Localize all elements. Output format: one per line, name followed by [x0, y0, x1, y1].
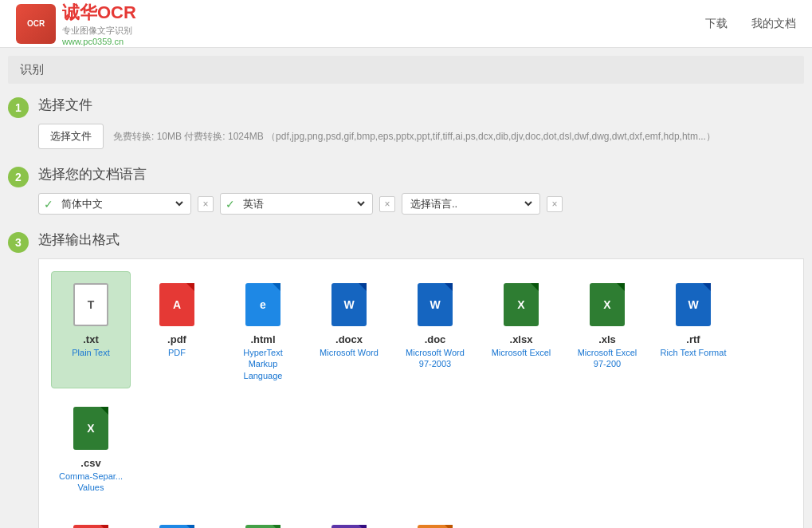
format-icon-docx: W	[328, 280, 370, 329]
header-nav: 下载 我的文档	[705, 17, 796, 31]
icon-letter-pdf: A	[173, 299, 181, 310]
format-icon-pdf: A	[156, 280, 198, 329]
format-item-rtf[interactable]: W.rtfRich Text Format	[653, 271, 733, 388]
format-name-xls: Microsoft Excel 97-200	[573, 347, 641, 370]
lang-select-wrap-1: ✓英语	[220, 193, 373, 215]
lang-check-icon: ✓	[44, 198, 53, 211]
step1-number: 1	[8, 97, 29, 118]
format-item-docx[interactable]: W.docxMicrosoft Word	[309, 271, 389, 388]
format-icon-fb2: fb	[414, 522, 456, 528]
format-item-xls[interactable]: X.xlsMicrosoft Excel 97-200	[567, 271, 647, 388]
format-ext-xlsx: .xlsx	[510, 333, 533, 345]
icon-letter-html: e	[260, 299, 266, 310]
icon-letter-rtf: W	[688, 299, 698, 310]
logo-subtitle: 专业图像文字识别	[62, 25, 136, 37]
format-ext-docx: .docx	[335, 333, 363, 345]
format-ext-csv: .csv	[80, 457, 100, 469]
logo-icon: OCR	[16, 4, 56, 44]
format-item-djvu[interactable]: D.djvuDjvu	[309, 513, 389, 528]
logo-url: www.pc0359.cn	[62, 37, 136, 46]
icon-letter-docx: W	[343, 299, 354, 310]
step3-content: 选择输出格式 T.txtPlain TextA.pdfPDFe.htmlHype…	[38, 231, 804, 528]
choose-file-button[interactable]: 选择文件	[38, 124, 104, 149]
format-icon-csv: X	[70, 404, 112, 453]
format-item-xlsx[interactable]: X.xlsxMicrosoft Excel	[481, 271, 561, 388]
main-container: 识别 1 选择文件 选择文件 免费转换: 10MB 付费转换: 1024MB （…	[0, 48, 812, 528]
file-hint: 免费转换: 10MB 付费转换: 1024MB （pdf,jpg,png,psd…	[113, 130, 716, 144]
logo-title: 诚华OCR	[62, 1, 136, 25]
icon-letter-txt: T	[88, 299, 95, 310]
lang-select-wrap-0: ✓简体中文	[38, 193, 191, 215]
logo-text: 诚华OCR 专业图像文字识别 www.pc0359.cn	[62, 1, 136, 46]
format-name-doc: Microsoft Word 97-2003	[401, 347, 469, 370]
step2-content: 选择您的文档语言 ✓简体中文×✓英语×选择语言..×	[38, 165, 804, 215]
format-icon-odt: ≡	[156, 522, 198, 528]
format-icon-xlsx: X	[500, 280, 542, 329]
lang-select-0[interactable]: 简体中文	[58, 197, 186, 211]
format-grid: T.txtPlain TextA.pdfPDFe.htmlHyperText M…	[38, 258, 804, 528]
format-ext-pdf: .pdf	[167, 333, 186, 345]
format-item-doc[interactable]: W.docMicrosoft Word 97-2003	[395, 271, 475, 388]
nav-mydocs-link[interactable]: 我的文档	[751, 17, 796, 31]
format-ext-rtf: .rtf	[686, 333, 700, 345]
section-bar: 识别	[8, 56, 804, 84]
lang-remove-btn-1[interactable]: ×	[379, 196, 395, 212]
lang-select-1[interactable]: 英语	[240, 197, 367, 211]
format-icon-djvu: D	[328, 522, 370, 528]
format-icon-xls: X	[586, 280, 628, 329]
format-ext-txt: .txt	[83, 333, 99, 345]
format-icon-rtf: W	[673, 280, 714, 329]
format-icon-html: e	[242, 280, 284, 329]
lang-check-icon: ✓	[226, 198, 235, 211]
step1-title: 选择文件	[38, 96, 804, 114]
format-item-html[interactable]: e.htmlHyperText Markup Language	[223, 271, 303, 388]
format-item-fb2[interactable]: fb.fb2Fiction Book	[395, 513, 475, 528]
format-icon-doc: W	[414, 280, 456, 329]
icon-letter-csv: X	[87, 423, 94, 434]
step2: 2 选择您的文档语言 ✓简体中文×✓英语×选择语言..×	[8, 165, 804, 215]
step3-title: 选择输出格式	[38, 231, 804, 249]
icon-letter-xlsx: X	[517, 299, 524, 310]
lang-remove-btn-2[interactable]: ×	[547, 196, 563, 212]
format-item-csv[interactable]: X.csvComma-Separ... Values	[51, 395, 131, 501]
header: OCR 诚华OCR 专业图像文字识别 www.pc0359.cn 下载 我的文档	[0, 0, 812, 48]
icon-letter-xls: X	[603, 299, 610, 310]
format-ext-html: .html	[250, 333, 275, 345]
step3: 3 选择输出格式 T.txtPlain TextA.pdfPDFe.htmlHy…	[8, 231, 804, 528]
format-name-csv: Comma-Separ... Values	[57, 471, 125, 494]
lang-remove-btn-0[interactable]: ×	[198, 196, 214, 212]
format-name-pdf: PDF	[168, 347, 186, 358]
format-item-epub[interactable]: e.epubElectronic Publication	[223, 513, 303, 528]
format-icon-pptx: P	[70, 522, 112, 528]
format-name-docx: Microsoft Word	[320, 347, 379, 358]
format-name-rtf: Rich Text Format	[661, 347, 727, 358]
format-item-txt[interactable]: T.txtPlain Text	[51, 271, 131, 388]
format-icon-txt: T	[70, 280, 112, 329]
format-name-xlsx: Microsoft Excel	[492, 347, 551, 358]
logo-area: OCR 诚华OCR 专业图像文字识别 www.pc0359.cn	[16, 1, 136, 46]
step2-number: 2	[8, 167, 29, 187]
format-name-txt: Plain Text	[72, 347, 110, 358]
format-item-odt[interactable]: ≡.odtOpen Document	[137, 513, 217, 528]
format-item-pptx[interactable]: P.pptxMicrosoft PowerPoint	[51, 513, 131, 528]
step3-number: 3	[8, 232, 29, 253]
lang-row: ✓简体中文×✓英语×选择语言..×	[38, 193, 804, 215]
lang-select-2[interactable]: 选择语言..	[407, 197, 535, 211]
step1: 1 选择文件 选择文件 免费转换: 10MB 付费转换: 1024MB （pdf…	[8, 96, 804, 149]
format-name-html: HyperText Markup Language	[229, 347, 297, 381]
step1-content: 选择文件 选择文件 免费转换: 10MB 付费转换: 1024MB （pdf,j…	[38, 96, 804, 149]
format-item-pdf[interactable]: A.pdfPDF	[137, 271, 217, 388]
format-icon-epub: e	[242, 522, 284, 528]
nav-download-link[interactable]: 下载	[705, 17, 728, 31]
icon-letter-doc: W	[430, 299, 440, 310]
format-ext-doc: .doc	[425, 333, 446, 345]
file-row: 选择文件 免费转换: 10MB 付费转换: 1024MB （pdf,jpg,pn…	[38, 124, 804, 149]
lang-select-wrap-2: 选择语言..	[402, 193, 540, 215]
format-ext-xls: .xls	[598, 333, 616, 345]
step2-title: 选择您的文档语言	[38, 165, 804, 183]
